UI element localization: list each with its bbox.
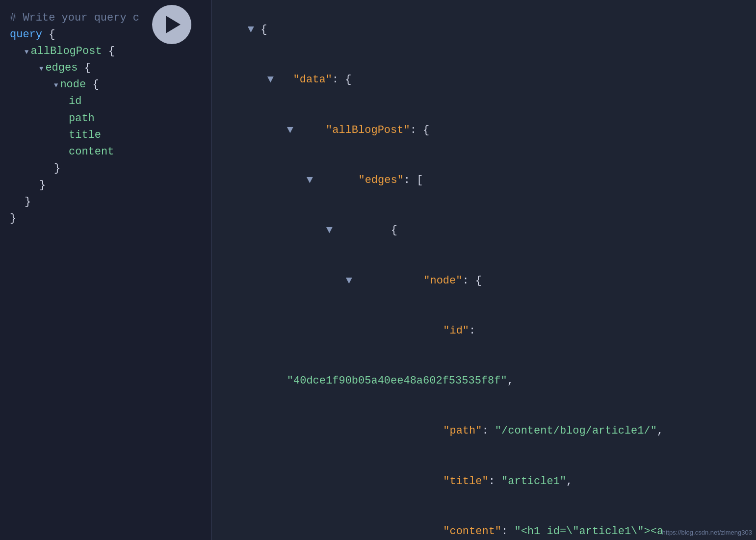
json-line: "path": "/content/blog/article1/", (222, 406, 746, 456)
code-line: ▼ edges { (10, 60, 211, 77)
json-line: "id": (222, 306, 746, 356)
json-line: ▼ "allBlogPost": { (222, 105, 746, 155)
code-line: ▼ allBlogPost { (10, 43, 211, 60)
code-line: } (10, 210, 211, 227)
watermark: https://blog.csdn.net/zimeng303 (662, 529, 752, 536)
code-line: } (10, 160, 211, 177)
code-line: ▼ node { (10, 77, 211, 93)
query-editor[interactable]: # Write your query c query { ▼ allBlogPo… (0, 0, 211, 540)
code-line: path (10, 110, 211, 127)
json-line: ▼ "data": { (222, 55, 746, 105)
code-line: } (10, 194, 211, 210)
play-icon (166, 16, 181, 33)
code-line: content (10, 144, 211, 160)
json-line: "title": "article1", (222, 457, 746, 507)
code-line: id (10, 93, 211, 110)
run-button[interactable] (152, 5, 191, 44)
collapse-arrow[interactable]: ▼ (25, 47, 28, 58)
code-line: } (10, 177, 211, 194)
json-response: ▼ { ▼ "data": { ▼ "allBlogPost": { ▼ "ed… (212, 0, 756, 540)
json-line: ▼ "edges": [ (222, 155, 746, 206)
json-line: ▼ "node": { (222, 256, 746, 306)
collapse-arrow[interactable]: ▼ (39, 64, 43, 75)
json-line: ▼ { (222, 206, 746, 256)
code-line: title (10, 127, 211, 144)
collapse-arrow[interactable]: ▼ (54, 80, 58, 91)
json-line: "40dce1f90b05a40ee48a602f53535f8f", (222, 356, 746, 406)
json-line: ▼ { (222, 5, 746, 55)
